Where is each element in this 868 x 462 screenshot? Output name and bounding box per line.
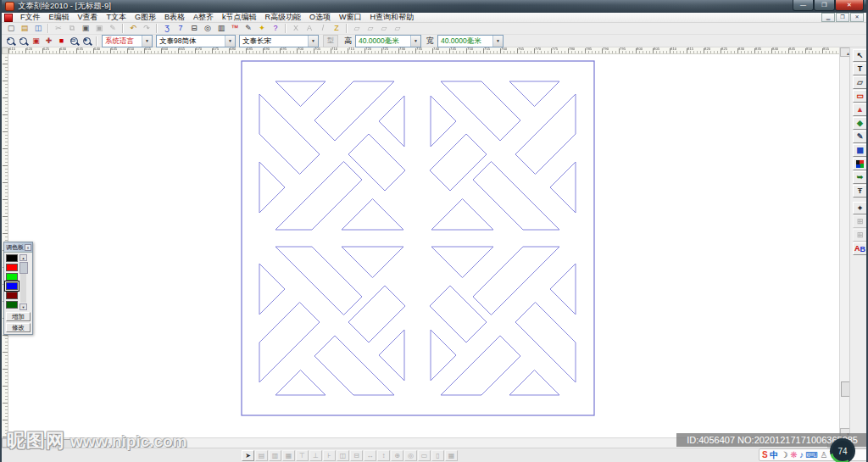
zoom-selection[interactable]: ▣ — [30, 36, 42, 47]
menu-item[interactable]: E编辑 — [45, 12, 74, 23]
moon-mode[interactable]: ☽ — [781, 451, 788, 459]
output-2[interactable]: ⊞ — [853, 229, 868, 242]
font-select[interactable]: 文泰98简体 ▼ — [156, 35, 236, 47]
color-swatch[interactable] — [6, 273, 18, 281]
same-width[interactable]: ◫ — [337, 450, 349, 461]
width-select[interactable]: 40.0000毫米 ▼ — [437, 35, 504, 47]
color-swatch[interactable] — [6, 264, 18, 271]
cut[interactable]: ✂ — [52, 24, 65, 34]
menu-item[interactable]: A整齐 — [189, 12, 218, 23]
output-1[interactable]: ⊞ — [853, 215, 868, 228]
new[interactable]: ▢ — [4, 24, 18, 34]
paste[interactable]: ▣ — [79, 24, 92, 34]
zoom-all[interactable]: ∗ — [81, 36, 93, 47]
undo[interactable]: ↶ — [126, 24, 140, 34]
stretch-h[interactable]: ↔ — [364, 450, 376, 461]
color-dots[interactable] — [853, 158, 868, 170]
sogou-logo[interactable]: S — [762, 451, 768, 459]
layout-page[interactable]: ▥ — [214, 24, 228, 34]
rectangle-tool[interactable]: ▭ — [853, 90, 868, 103]
color-swatch[interactable] — [6, 254, 18, 262]
menu-item[interactable]: k节点编辑 — [218, 12, 261, 23]
voice[interactable]: ♪ — [799, 451, 804, 459]
soft-keyboard[interactable]: ⌨ — [806, 451, 818, 459]
palette-scroll-up-icon[interactable]: ▲ — [19, 254, 27, 261]
child-close-button[interactable]: ✕ — [850, 13, 864, 22]
mirror[interactable]: ◎ — [404, 450, 417, 461]
save[interactable]: ◫ — [31, 24, 45, 34]
height-select[interactable]: 40.0000毫米 ▼ — [355, 35, 421, 47]
text-tool[interactable]: T — [853, 63, 868, 75]
palette-close-button[interactable]: x — [25, 244, 31, 251]
node-select-tool[interactable]: ⌖ — [853, 202, 868, 214]
child-restore-button[interactable]: ❒ — [836, 13, 849, 22]
menu-item[interactable]: B表格 — [160, 12, 189, 23]
zoom-in[interactable]: + — [4, 36, 17, 47]
same-height[interactable]: ⊟ — [350, 450, 363, 461]
slant[interactable]: / — [316, 24, 330, 34]
menu-item[interactable]: T文本 — [103, 12, 131, 23]
drawing-canvas[interactable] — [8, 54, 839, 437]
menu-item[interactable]: G图形 — [131, 12, 160, 23]
print[interactable]: ⊟ — [187, 24, 201, 34]
close-button[interactable]: ✕ — [835, 0, 864, 11]
mirror-a[interactable]: A — [303, 24, 316, 34]
color-swatch[interactable] — [6, 301, 18, 309]
format-brush[interactable]: ✎ — [106, 24, 120, 34]
zoom-out[interactable]: − — [17, 36, 30, 47]
grid-snap[interactable]: ▦ — [445, 450, 458, 461]
color-swatch[interactable] — [6, 292, 18, 299]
window-arrange-3[interactable]: ▱ — [377, 24, 391, 34]
align-center[interactable]: ▥ — [269, 450, 281, 461]
palette-add-button[interactable]: 增加 — [6, 312, 31, 321]
help[interactable]: ? — [269, 24, 282, 34]
align-middle[interactable]: ⊥ — [309, 450, 322, 461]
node-edit-tool[interactable]: ▱ — [853, 76, 868, 89]
menu-item[interactable]: O选项 — [305, 12, 335, 23]
lattice-pattern-drawing[interactable] — [8, 54, 839, 437]
chevron-down-icon[interactable]: ▼ — [142, 36, 152, 47]
align-bottom[interactable]: ⊦ — [323, 450, 336, 461]
menu-item[interactable]: W窗口 — [335, 12, 366, 23]
palette-titlebar[interactable]: 调色板 x — [4, 242, 32, 253]
chinese-mode[interactable]: 中 — [770, 451, 778, 459]
print-preview[interactable]: ◎ — [201, 24, 214, 34]
stretch-v[interactable]: ↕ — [377, 450, 390, 461]
redo[interactable]: ↷ — [140, 24, 153, 34]
space-h[interactable]: ▭ — [418, 450, 431, 461]
language-select[interactable]: 系统语言 ▼ — [102, 35, 153, 47]
menu-item[interactable]: H查询和帮助 — [366, 12, 419, 23]
minimize-button[interactable]: — — [793, 0, 814, 11]
pick-tool[interactable]: ✎ — [853, 131, 868, 143]
pointer-mode[interactable]: ➤ — [242, 450, 254, 461]
node-tool[interactable]: 7 — [174, 24, 187, 34]
window-arrange-4[interactable]: ▱ — [391, 24, 404, 34]
fill-color[interactable]: ■ — [55, 36, 68, 47]
font2-select[interactable]: 文泰长宋 ▼ — [239, 35, 319, 47]
pan[interactable]: ✚ — [42, 36, 55, 47]
trademark[interactable]: ™ — [228, 24, 242, 34]
vertical-scrollbar[interactable]: ▲ ▼ — [839, 47, 849, 437]
z-order[interactable]: Z — [330, 24, 343, 34]
chevron-down-icon[interactable]: ▼ — [410, 36, 420, 47]
menu-item[interactable]: R高级功能 — [261, 12, 306, 23]
chevron-down-icon[interactable]: ▼ — [308, 36, 318, 47]
menu-item[interactable]: V查看 — [74, 12, 103, 23]
chevron-down-icon[interactable]: ▼ — [225, 36, 235, 47]
color-swatch[interactable] — [6, 282, 18, 290]
ab-kerning[interactable]: AB — [853, 242, 868, 255]
shapes-tool[interactable]: ▲ — [853, 103, 868, 116]
text-attrib-tool[interactable]: Ŧ — [853, 185, 868, 198]
menu-item[interactable]: F文件 — [16, 12, 45, 23]
select-tool[interactable]: ↖ — [853, 49, 868, 62]
align-left[interactable]: ▤ — [255, 450, 268, 461]
chevron-down-icon[interactable]: ▼ — [492, 36, 503, 47]
copy[interactable]: ⧉ — [65, 24, 79, 34]
tip-bulb[interactable]: ✦ — [255, 24, 269, 34]
import-tool[interactable]: ➥ — [853, 171, 868, 184]
mirror-x[interactable]: X — [289, 24, 303, 34]
skin[interactable]: ❋ — [790, 451, 797, 459]
pen[interactable]: ✎ — [242, 24, 255, 34]
align-right[interactable]: ▦ — [282, 450, 295, 461]
table-tool[interactable]: ▦ — [853, 144, 868, 157]
